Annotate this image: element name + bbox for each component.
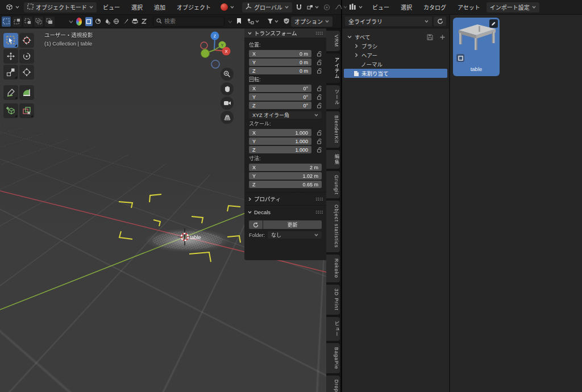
tab-item[interactable]: アイテム (326, 53, 340, 83)
tab-grungit[interactable]: Grungit (326, 171, 340, 199)
properties-panel-header[interactable]: プロパティ (244, 194, 326, 203)
verified-shield-icon[interactable] (283, 18, 290, 26)
snap-magnet-toggle[interactable] (296, 2, 302, 12)
blenderkit-menu-button[interactable] (217, 2, 238, 12)
transform-panel-header[interactable]: トランスフォーム (244, 28, 326, 37)
menu-add[interactable]: 追加 (149, 2, 171, 12)
options-dropdown[interactable]: オプション (291, 16, 332, 27)
tool-scale[interactable] (3, 65, 18, 80)
catalog-item-normal[interactable]: ノーマル (342, 60, 449, 69)
menu-select[interactable]: 選択 (126, 2, 148, 12)
menu-view[interactable]: ビュー (98, 2, 125, 12)
asset-grid[interactable]: table (450, 15, 582, 392)
rotation-x-field[interactable]: X0° (249, 85, 311, 92)
dimensions-x-field[interactable]: X2 m (249, 164, 322, 171)
rotation-z-field[interactable]: Z0° (249, 102, 311, 109)
asset-category-printable[interactable] (131, 17, 139, 26)
tab-3d-print[interactable]: 3D Print (326, 285, 340, 315)
mode-dropdown[interactable]: オブジェクトモード (24, 2, 97, 12)
tool-annotate[interactable] (3, 85, 18, 100)
lock-open-icon[interactable] (316, 51, 322, 57)
dimensions-z-field[interactable]: Z0.65 m (249, 181, 322, 188)
select-mode-set[interactable] (2, 16, 11, 27)
asset-card-table[interactable]: table (453, 18, 500, 76)
pan-hand-button[interactable] (221, 82, 234, 95)
scale-y-field[interactable]: Y1.000 (249, 137, 311, 145)
catalog-item-all[interactable]: すべて (342, 32, 449, 41)
blenderkit-logo-icon[interactable] (76, 18, 82, 26)
catalog-item-unassigned[interactable]: 未割り当て (344, 69, 447, 78)
tool-add-primitive[interactable] (3, 103, 18, 118)
tab-drop[interactable]: Drop (326, 376, 340, 392)
select-mode-extend[interactable] (13, 16, 22, 27)
editor-type-button[interactable] (2, 2, 23, 12)
lock-open-icon[interactable] (316, 59, 322, 65)
transform-orientation-dropdown[interactable]: グローバル (242, 2, 292, 12)
snap-settings-dropdown[interactable] (304, 2, 322, 12)
tool-move[interactable] (3, 49, 18, 64)
panel-grip-icon[interactable] (315, 31, 323, 35)
tool-rotate[interactable] (19, 49, 34, 64)
panel-grip-icon[interactable] (315, 210, 323, 214)
dimensions-y-field[interactable]: Y1.02 m (249, 172, 322, 180)
lock-open-icon[interactable] (316, 94, 322, 100)
location-z-field[interactable]: Z0 m (249, 67, 311, 74)
save-icon[interactable] (427, 34, 433, 40)
rotation-y-field[interactable]: Y0° (249, 93, 311, 101)
chevron-down-icon[interactable] (69, 19, 73, 23)
category-tree-dropdown[interactable] (244, 16, 263, 27)
lock-open-icon[interactable] (316, 138, 322, 144)
tab-object-statistics[interactable]: Object statistics (326, 201, 340, 252)
select-mode-intersect[interactable] (45, 16, 54, 27)
edit-asset-badge[interactable] (489, 19, 498, 28)
zoom-button[interactable] (221, 68, 234, 81)
decals-panel-header[interactable]: Decals (244, 207, 326, 216)
asset-category-brush[interactable] (122, 17, 129, 26)
lock-open-icon[interactable] (316, 147, 322, 153)
tab-edit[interactable]: 編集 (326, 150, 340, 169)
menu-asset[interactable]: アセット (452, 2, 485, 12)
panel-grip-icon[interactable] (315, 197, 323, 201)
decals-refresh-button[interactable] (249, 220, 263, 229)
folder-dropdown[interactable]: なし (268, 231, 322, 239)
tool-transform[interactable] (19, 65, 34, 80)
catalog-item-hair[interactable]: ヘアー (342, 51, 449, 60)
asset-search-field[interactable] (153, 16, 225, 27)
filter-dropdown[interactable] (264, 16, 282, 27)
tab-view[interactable]: ビュー (326, 317, 340, 341)
menu-catalog[interactable]: カタログ (418, 2, 451, 12)
menu-view[interactable]: ビュー (367, 2, 394, 12)
import-settings-dropdown[interactable]: インポート設定 (487, 2, 539, 12)
lock-open-icon[interactable] (316, 102, 322, 109)
asset-category-nodegroup[interactable] (140, 17, 148, 26)
chevron-down-icon[interactable] (228, 19, 232, 23)
scale-x-field[interactable]: X1.000 (249, 129, 311, 136)
proportional-falloff-dropdown[interactable] (331, 2, 351, 12)
decals-update-button[interactable]: 更新 (263, 220, 322, 229)
select-mode-invert[interactable] (34, 16, 43, 27)
tool-select-box[interactable] (3, 33, 18, 48)
catalog-item-brush[interactable]: ブラシ (342, 41, 449, 51)
library-dropdown[interactable]: 全ライブラリ (345, 16, 432, 26)
rotation-mode-dropdown[interactable]: XYZ オイラー角 (249, 111, 322, 119)
search-input[interactable] (164, 18, 221, 24)
tab-tool[interactable]: ツール (326, 85, 340, 110)
scale-z-field[interactable]: Z1.000 (249, 146, 311, 153)
lock-open-icon[interactable] (316, 130, 322, 136)
menu-select[interactable]: 選択 (396, 2, 417, 12)
location-y-field[interactable]: Y0 m (249, 59, 311, 66)
add-catalog-icon[interactable] (440, 35, 445, 40)
bookmark-icon[interactable] (236, 18, 242, 26)
tab-rokoko[interactable]: Rokoko (326, 255, 340, 282)
location-x-field[interactable]: X0 m (249, 50, 311, 57)
tab-blenderkit[interactable]: BlenderKit (326, 111, 340, 147)
tool-carve[interactable] (19, 103, 34, 118)
asset-category-material[interactable] (94, 17, 102, 26)
library-refresh-button[interactable] (434, 16, 446, 26)
3d-viewport[interactable]: table ユーザー・透視投影 (1) Collection | table (0, 28, 341, 392)
tab-vrm[interactable]: VRM (326, 31, 340, 51)
tool-cursor[interactable] (19, 33, 34, 48)
menu-object[interactable]: オブジェクト (172, 2, 216, 12)
lock-open-icon[interactable] (316, 68, 322, 74)
camera-view-button[interactable] (221, 97, 234, 110)
